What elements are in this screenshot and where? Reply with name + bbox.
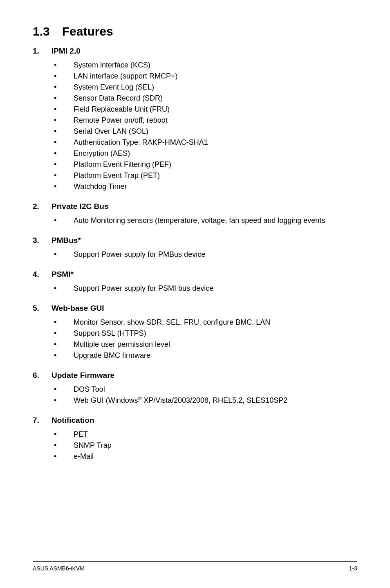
list-item: •Serial Over LAN (SOL)	[52, 126, 357, 137]
bullet-text: Platform Event Filtering (PEF)	[74, 159, 357, 170]
bullet-icon: •	[52, 93, 74, 104]
list-item: •Remote Power on/off, reboot	[52, 115, 357, 126]
bullet-text: Watchdog Timer	[74, 181, 357, 192]
list-item: •Web GUI (Windows® XP/Vista/2003/2008, R…	[52, 395, 357, 406]
bullet-text: Web GUI (Windows® XP/Vista/2003/2008, RH…	[74, 395, 357, 406]
bullet-icon: •	[52, 429, 74, 440]
list-item: •Support Power supply for PSMI bus devic…	[52, 283, 357, 294]
bullet-text: Auto Monitoring sensors (temperature, vo…	[74, 215, 357, 226]
bullet-text: Support SSL (HTTPS)	[74, 328, 357, 339]
bullet-icon: •	[52, 317, 74, 328]
feature-number: 7.	[33, 416, 52, 425]
bullet-text: Support Power supply for PMBus device	[74, 249, 357, 260]
feature-title: Private I2C Bus	[52, 202, 108, 211]
bullet-text: System Event Log (SEL)	[74, 82, 357, 93]
list-item: •System interface (KCS)	[52, 60, 357, 71]
list-item: •Auto Monitoring sensors (temperature, v…	[52, 215, 357, 226]
list-item: •DOS Tool	[52, 384, 357, 395]
feature-number: 6.	[33, 371, 52, 380]
bullet-icon: •	[52, 126, 74, 137]
bullet-icon: •	[52, 339, 74, 350]
feature-number: 5.	[33, 304, 52, 313]
feature-heading: 4.PSMI*	[33, 270, 357, 279]
bullet-text: Field Replaceable Unit (FRU)	[74, 104, 357, 115]
feature-bullets: •System interface (KCS)•LAN interface (s…	[52, 60, 357, 192]
bullet-icon: •	[52, 170, 74, 181]
list-item: •e-Mail	[52, 451, 357, 462]
bullet-text: Authentication Type: RAKP-HMAC-SHA1	[74, 137, 357, 148]
bullet-text: DOS Tool	[74, 384, 357, 395]
bullet-icon: •	[52, 137, 74, 148]
feature-heading: 2.Private I2C Bus	[33, 202, 357, 211]
bullet-text: e-Mail	[74, 451, 357, 462]
footer-left: ASUS ASMB6-iKVM	[33, 565, 85, 572]
list-item: •LAN interface (support RMCP+)	[52, 71, 357, 82]
feature-heading: 5.Web-base GUI	[33, 304, 357, 313]
page-footer: ASUS ASMB6-iKVM 1-3	[33, 561, 357, 572]
feature-title: Update Firmware	[52, 371, 114, 380]
registered-icon: ®	[138, 395, 142, 401]
feature-number: 1.	[33, 47, 52, 56]
list-item: •Authentication Type: RAKP-HMAC-SHA1	[52, 137, 357, 148]
feature-heading: 1.IPMI 2.0	[33, 47, 357, 56]
list-item: •Platform Event Trap (PET)	[52, 170, 357, 181]
bullet-text: Monitor Sensor, show SDR, SEL, FRU, conf…	[74, 317, 357, 328]
bullet-icon: •	[52, 395, 74, 406]
bullet-icon: •	[52, 148, 74, 159]
bullet-icon: •	[52, 104, 74, 115]
features-list: 1.IPMI 2.0•System interface (KCS)•LAN in…	[33, 47, 357, 462]
bullet-icon: •	[52, 115, 74, 126]
section-title: 1.3Features	[33, 25, 357, 38]
feature-bullets: •PET•SNMP Trap•e-Mail	[52, 429, 357, 462]
bullet-icon: •	[52, 350, 74, 361]
bullet-text: Platform Event Trap (PET)	[74, 170, 357, 181]
bullet-icon: •	[52, 440, 74, 451]
list-item: •SNMP Trap	[52, 440, 357, 451]
feature-bullets: •Support Power supply for PSMI bus devic…	[52, 283, 357, 294]
bullet-text: PET	[74, 429, 357, 440]
bullet-icon: •	[52, 328, 74, 339]
feature-heading: 7.Notification	[33, 416, 357, 425]
bullet-text: Support Power supply for PSMI bus device	[74, 283, 357, 294]
bullet-text: System interface (KCS)	[74, 60, 357, 71]
bullet-icon: •	[52, 249, 74, 260]
feature-heading: 6.Update Firmware	[33, 371, 357, 380]
list-item: •Encryption (AES)	[52, 148, 357, 159]
bullet-text: SNMP Trap	[74, 440, 357, 451]
bullet-text: Encryption (AES)	[74, 148, 357, 159]
footer-right: 1-3	[349, 565, 357, 572]
bullet-icon: •	[52, 384, 74, 395]
list-item: •System Event Log (SEL)	[52, 82, 357, 93]
bullet-icon: •	[52, 451, 74, 462]
list-item: •Multiple user permission level	[52, 339, 357, 350]
list-item: •Upgrade BMC firmware	[52, 350, 357, 361]
feature-number: 3.	[33, 236, 52, 245]
list-item: •Watchdog Timer	[52, 181, 357, 192]
list-item: •Monitor Sensor, show SDR, SEL, FRU, con…	[52, 317, 357, 328]
bullet-icon: •	[52, 159, 74, 170]
bullet-icon: •	[52, 181, 74, 192]
feature-bullets: •DOS Tool•Web GUI (Windows® XP/Vista/200…	[52, 384, 357, 406]
feature-title: IPMI 2.0	[52, 47, 81, 56]
feature-title: Notification	[52, 416, 94, 425]
bullet-text: Serial Over LAN (SOL)	[74, 126, 357, 137]
feature-heading: 3.PMBus*	[33, 236, 357, 245]
feature-number: 2.	[33, 202, 52, 211]
section-name: Features	[62, 25, 113, 38]
bullet-icon: •	[52, 71, 74, 82]
feature-title: PSMI*	[52, 270, 74, 279]
list-item: •Support SSL (HTTPS)	[52, 328, 357, 339]
feature-bullets: •Auto Monitoring sensors (temperature, v…	[52, 215, 357, 226]
feature-number: 4.	[33, 270, 52, 279]
feature-title: PMBus*	[52, 236, 81, 245]
bullet-text: Remote Power on/off, reboot	[74, 115, 357, 126]
list-item: •Platform Event Filtering (PEF)	[52, 159, 357, 170]
list-item: •Field Replaceable Unit (FRU)	[52, 104, 357, 115]
feature-bullets: •Monitor Sensor, show SDR, SEL, FRU, con…	[52, 317, 357, 361]
bullet-icon: •	[52, 82, 74, 93]
feature-title: Web-base GUI	[52, 304, 104, 313]
list-item: •PET	[52, 429, 357, 440]
bullet-icon: •	[52, 283, 74, 294]
list-item: •Sensor Data Record (SDR)	[52, 93, 357, 104]
bullet-text: Upgrade BMC firmware	[74, 350, 357, 361]
